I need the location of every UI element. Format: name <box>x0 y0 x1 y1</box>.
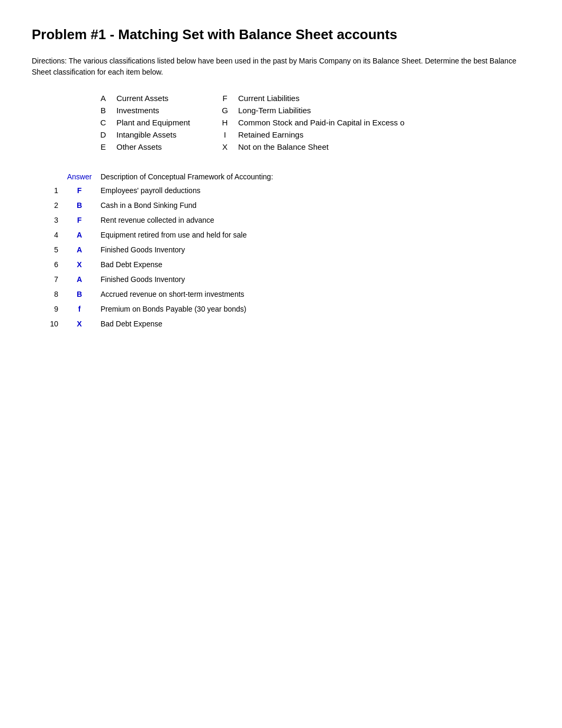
class-left-label-B: Investments <box>116 106 212 115</box>
row-number: 8 <box>32 287 58 302</box>
row-description: Finished Goods Inventory <box>101 272 530 287</box>
class-left-label-C: Plant and Equipment <box>116 118 212 127</box>
table-row: 6XBad Debt Expense <box>32 257 530 272</box>
directions-text: Directions: The various classifications … <box>32 56 530 78</box>
class-right-label-F: Current Liabilities <box>238 94 530 103</box>
class-left-letter-D: D <box>95 130 111 139</box>
table-row: 7AFinished Goods Inventory <box>32 272 530 287</box>
col-answer-header: Answer <box>58 170 101 183</box>
table-row: 10XBad Debt Expense <box>32 316 530 331</box>
row-number: 4 <box>32 228 58 242</box>
row-answer: F <box>58 213 101 228</box>
class-right-letter-H: H <box>217 118 233 127</box>
page-title: Problem #1 - Matching Set with Balance S… <box>32 26 530 43</box>
row-answer: B <box>58 287 101 302</box>
table-row: 2BCash in a Bond Sinking Fund <box>32 198 530 213</box>
row-answer: X <box>58 316 101 331</box>
row-description: Equipment retired from use and held for … <box>101 228 530 242</box>
row-answer: F <box>58 183 101 198</box>
row-number: 9 <box>32 302 58 316</box>
answer-table: Answer Description of Conceptual Framewo… <box>32 170 530 331</box>
row-description: Finished Goods Inventory <box>101 242 530 257</box>
row-answer: A <box>58 228 101 242</box>
table-row: 8BAccrued revenue on short-term investme… <box>32 287 530 302</box>
class-left-letter-C: C <box>95 118 111 127</box>
class-right-letter-X: X <box>217 142 233 151</box>
row-answer: B <box>58 198 101 213</box>
row-description: Premium on Bonds Payable (30 year bonds) <box>101 302 530 316</box>
row-description: Accrued revenue on short-term investment… <box>101 287 530 302</box>
class-right-label-X: Not on the Balance Sheet <box>238 142 530 151</box>
row-description: Cash in a Bond Sinking Fund <box>101 198 530 213</box>
class-left-letter-A: A <box>95 94 111 103</box>
class-left-label-E: Other Assets <box>116 142 212 151</box>
row-number: 2 <box>32 198 58 213</box>
class-left-label-A: Current Assets <box>116 94 212 103</box>
class-right-label-I: Retained Earnings <box>238 130 530 139</box>
row-description: Bad Debt Expense <box>101 257 530 272</box>
table-row: 4AEquipment retired from use and held fo… <box>32 228 530 242</box>
row-description: Rent revenue collected in advance <box>101 213 530 228</box>
class-left-label-D: Intangible Assets <box>116 130 212 139</box>
class-right-label-H: Common Stock and Paid-in Capital in Exce… <box>238 118 530 127</box>
table-row: 5AFinished Goods Inventory <box>32 242 530 257</box>
row-description: Bad Debt Expense <box>101 316 530 331</box>
row-description: Employees' payroll deductions <box>101 183 530 198</box>
row-answer: f <box>58 302 101 316</box>
class-right-label-G: Long-Term Liabilities <box>238 106 530 115</box>
row-number: 1 <box>32 183 58 198</box>
table-row: 1FEmployees' payroll deductions <box>32 183 530 198</box>
row-answer: A <box>58 242 101 257</box>
row-number: 6 <box>32 257 58 272</box>
row-number: 10 <box>32 316 58 331</box>
class-right-letter-F: F <box>217 94 233 103</box>
class-right-letter-I: I <box>217 130 233 139</box>
class-left-letter-E: E <box>95 142 111 151</box>
col-num-header <box>32 170 58 183</box>
row-answer: X <box>58 257 101 272</box>
row-number: 7 <box>32 272 58 287</box>
row-answer: A <box>58 272 101 287</box>
row-number: 3 <box>32 213 58 228</box>
class-left-letter-B: B <box>95 106 111 115</box>
table-row: 3FRent revenue collected in advance <box>32 213 530 228</box>
table-row: 9fPremium on Bonds Payable (30 year bond… <box>32 302 530 316</box>
col-desc-header: Description of Conceptual Framework of A… <box>101 170 530 183</box>
row-number: 5 <box>32 242 58 257</box>
class-right-letter-G: G <box>217 106 233 115</box>
classifications-grid: ACurrent AssetsFCurrent LiabilitiesBInve… <box>95 94 530 151</box>
